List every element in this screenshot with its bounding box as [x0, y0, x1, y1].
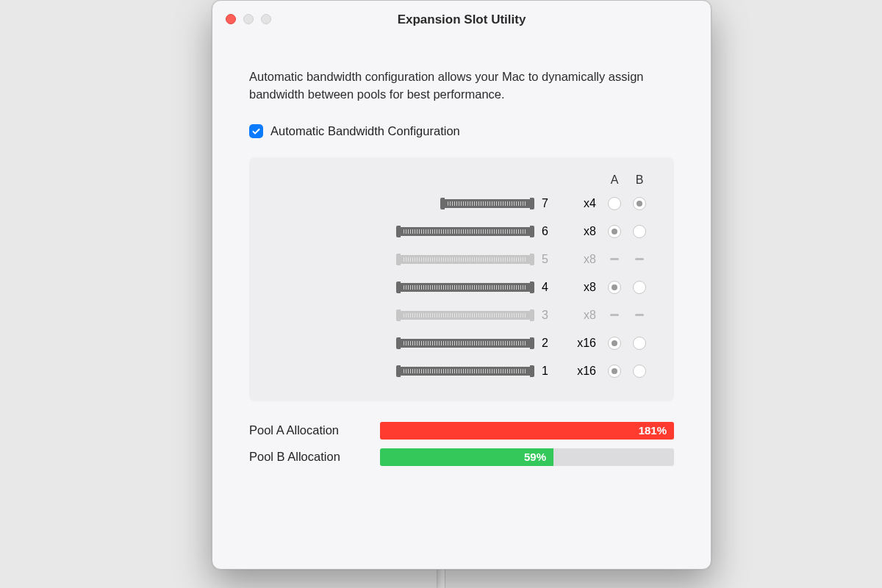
- radio-disabled-icon: [635, 314, 644, 316]
- auto-bandwidth-checkbox[interactable]: [249, 124, 263, 138]
- slot-number: 6: [542, 225, 562, 238]
- radio-cell: [627, 225, 652, 238]
- pool-b-radio-slot-7[interactable]: [633, 197, 646, 210]
- pool-a-radio-slot-4[interactable]: [608, 281, 621, 294]
- close-icon[interactable]: [226, 14, 236, 24]
- radio-cell: [602, 225, 627, 238]
- slot-row-1: 1x16: [271, 362, 652, 381]
- slot-lanes: x8: [562, 281, 602, 294]
- radio-cell: [602, 197, 627, 210]
- pool-a-label: Pool A Allocation: [249, 423, 367, 437]
- slot-graphic-icon: [399, 226, 531, 237]
- pool-b-row: Pool B Allocation 59%: [249, 448, 674, 466]
- slot-number: 3: [542, 309, 562, 322]
- slot-graphic-icon: [399, 365, 531, 377]
- radio-cell: [602, 337, 627, 350]
- zoom-icon[interactable]: [261, 14, 271, 24]
- radio-cell: [602, 258, 627, 260]
- utility-window: Expansion Slot Utility Automatic bandwid…: [212, 0, 711, 570]
- slot-number: 7: [542, 197, 562, 210]
- slot-lanes: x16: [562, 337, 602, 350]
- slot-graphic-icon: [399, 337, 531, 349]
- radio-cell: [627, 258, 652, 260]
- radio-cell: [627, 314, 652, 316]
- titlebar: Expansion Slot Utility: [212, 1, 711, 39]
- pool-a-bar: 181%: [380, 422, 674, 440]
- pool-a-radio-slot-6[interactable]: [608, 225, 621, 238]
- pool-b-radio-slot-6[interactable]: [633, 225, 646, 238]
- pool-b-radio-slot-2[interactable]: [633, 337, 646, 350]
- radio-disabled-icon: [610, 258, 619, 260]
- radio-cell: [627, 197, 652, 210]
- radio-cell: [602, 365, 627, 378]
- slot-row-4: 4x8: [271, 278, 652, 297]
- column-a-label: A: [602, 173, 627, 187]
- minimize-icon[interactable]: [243, 14, 254, 24]
- pool-b-value: 59%: [524, 451, 546, 463]
- pool-a-radio-slot-2[interactable]: [608, 337, 621, 350]
- pool-a-value: 181%: [639, 424, 667, 437]
- radio-cell: [602, 314, 627, 316]
- slot-row-6: 6x8: [271, 222, 652, 241]
- slot-row-3: 3x8: [271, 306, 652, 325]
- slot-lanes: x4: [562, 197, 602, 210]
- column-b-label: B: [627, 173, 652, 187]
- slot-header: A B: [271, 173, 652, 187]
- slot-row-5: 5x8: [271, 250, 652, 269]
- pool-a-row: Pool A Allocation 181%: [249, 422, 674, 440]
- slot-lanes: x8: [562, 253, 602, 266]
- radio-cell: [602, 281, 627, 294]
- pool-a-radio-slot-1[interactable]: [608, 365, 621, 378]
- slot-lanes: x16: [562, 365, 602, 378]
- radio-cell: [627, 365, 652, 378]
- radio-disabled-icon: [635, 258, 644, 260]
- slot-panel: A B 7x46x85x84x83x82x161x16: [249, 157, 674, 401]
- checkmark-icon: [251, 126, 261, 136]
- slot-lanes: x8: [562, 225, 602, 238]
- slot-graphic-icon: [399, 282, 531, 293]
- traffic-lights: [226, 14, 271, 24]
- slot-graphic-icon: [399, 309, 531, 321]
- pool-b-label: Pool B Allocation: [249, 450, 367, 464]
- auto-bandwidth-row: Automatic Bandwidth Configuration: [249, 124, 674, 138]
- slot-graphic-icon: [399, 254, 531, 265]
- slot-lanes: x8: [562, 309, 602, 322]
- content: Automatic bandwidth configuration allows…: [212, 39, 711, 569]
- slot-graphic-icon: [443, 198, 531, 209]
- slot-number: 5: [542, 253, 562, 266]
- slot-rows: 7x46x85x84x83x82x161x16: [271, 194, 652, 381]
- description-text: Automatic bandwidth configuration allows…: [249, 68, 674, 104]
- slot-number: 1: [542, 365, 562, 378]
- pool-b-radio-slot-4[interactable]: [633, 281, 646, 294]
- radio-cell: [627, 281, 652, 294]
- radio-disabled-icon: [610, 314, 619, 316]
- slot-number: 2: [542, 337, 562, 350]
- slot-row-7: 7x4: [271, 194, 652, 213]
- slot-number: 4: [542, 281, 562, 294]
- window-title: Expansion Slot Utility: [398, 12, 526, 27]
- auto-bandwidth-label: Automatic Bandwidth Configuration: [270, 124, 460, 138]
- pool-a-radio-slot-7[interactable]: [608, 197, 621, 210]
- slot-row-2: 2x16: [271, 334, 652, 353]
- pool-a-fill: 181%: [380, 422, 674, 440]
- pool-b-radio-slot-1[interactable]: [633, 365, 646, 378]
- pool-b-bar: 59%: [380, 448, 674, 466]
- radio-cell: [627, 337, 652, 350]
- pool-b-fill: 59%: [380, 448, 553, 466]
